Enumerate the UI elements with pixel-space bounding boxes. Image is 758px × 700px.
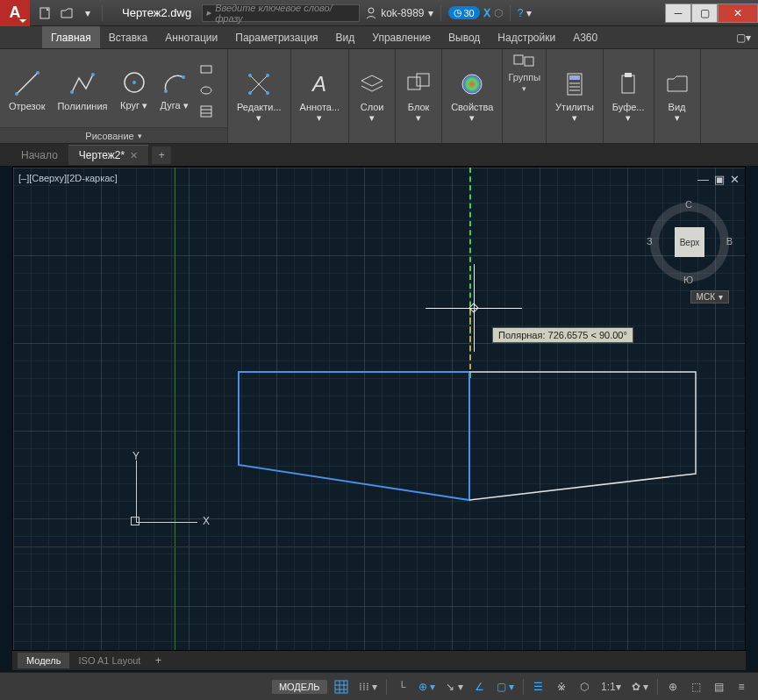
model-space-button[interactable]: МОДЕЛЬ — [272, 680, 327, 694]
compass-north[interactable]: С — [685, 199, 692, 210]
exchange-apps-icon[interactable]: Ⅹ — [483, 7, 490, 19]
utilities-button[interactable]: Утилиты▾ — [552, 68, 597, 125]
signin-icon — [365, 7, 377, 19]
calculator-icon — [561, 70, 589, 98]
grid-toggle-icon[interactable] — [331, 677, 352, 696]
clipboard-icon — [614, 70, 642, 98]
maximize-button[interactable]: ▢ — [691, 4, 718, 23]
close-icon[interactable]: ✕ — [130, 150, 138, 161]
app-menu-button[interactable]: A — [0, 0, 30, 26]
viewport-label[interactable]: [–][Сверху][2D-каркас] — [18, 173, 118, 183]
viewport-close-icon[interactable]: ✕ — [730, 173, 740, 186]
block-button[interactable]: Блок▾ — [401, 68, 436, 125]
help-dropdown-icon[interactable]: ▾ — [526, 7, 532, 19]
svg-rect-23 — [408, 77, 420, 89]
svg-point-1 — [368, 8, 374, 13]
add-drawing-tab-button[interactable]: + — [152, 146, 171, 164]
modify-button[interactable]: Редакти...▾ — [233, 68, 285, 125]
viewport-maximize-icon[interactable]: ▣ — [714, 173, 725, 186]
arc-button[interactable]: Дуга ▾ — [157, 67, 192, 113]
svg-rect-36 — [335, 681, 347, 693]
qat-dropdown-icon[interactable]: ▾ — [79, 4, 97, 22]
user-name[interactable]: kok-8989 — [381, 7, 424, 19]
user-dropdown-icon[interactable]: ▾ — [428, 7, 433, 19]
otrack-toggle-icon[interactable]: ∠ — [470, 677, 490, 696]
polar-tooltip: Полярная: 726.6575 < 90.00° — [492, 327, 633, 343]
layers-button[interactable]: Слои▾ — [354, 68, 390, 125]
workspace-switch-icon[interactable]: ✿ ▾ — [628, 677, 652, 696]
lineweight-toggle-icon[interactable]: ☰ — [529, 677, 548, 696]
svg-point-3 — [15, 92, 18, 96]
ortho-toggle-icon[interactable]: └ — [392, 677, 411, 696]
compass-west[interactable]: З — [647, 236, 653, 246]
selected-polyline-shape — [237, 370, 474, 502]
polyline-button[interactable]: Полилиния — [54, 68, 111, 113]
separator — [657, 679, 658, 695]
compass-east[interactable]: В — [726, 236, 733, 246]
qat-new-icon[interactable] — [37, 4, 54, 22]
svg-rect-13 — [201, 106, 211, 117]
cloud-credits-badge[interactable]: ◷ 30 — [448, 6, 480, 19]
ribbon-overflow-icon[interactable]: ▢▾ — [736, 32, 751, 44]
ribbon-tab-a360[interactable]: A360 — [564, 26, 606, 48]
ribbon-tab-view[interactable]: Вид — [327, 26, 364, 48]
hatch-icon[interactable] — [197, 103, 215, 120]
search-input[interactable]: ▸ Введите ключевое слово/фразу — [202, 4, 360, 22]
clipboard-button[interactable]: Буфе...▾ — [609, 68, 648, 125]
close-button[interactable]: ✕ — [718, 4, 758, 23]
ucs-y-label: Y — [132, 450, 139, 462]
help-icon[interactable]: ? — [518, 7, 524, 19]
qat-open-icon[interactable] — [58, 4, 75, 22]
ellipse-icon[interactable] — [197, 82, 215, 99]
compass-south[interactable]: Ю — [683, 275, 693, 285]
minimize-button[interactable]: ─ — [665, 4, 691, 23]
viewcube-top-face[interactable]: Верх — [675, 227, 704, 257]
viewport-controls: — ▣ ✕ — [697, 173, 740, 186]
view-button[interactable]: Вид▾ — [660, 68, 695, 125]
svg-rect-27 — [525, 57, 533, 66]
isodraft-toggle-icon[interactable]: ↘ ▾ — [442, 677, 466, 696]
autodesk-icon[interactable]: ⬡ — [494, 7, 503, 19]
svg-rect-34 — [625, 73, 632, 77]
viewport-minimize-icon[interactable]: — — [697, 173, 709, 186]
view-cube[interactable]: Верх С Ю В З — [650, 203, 729, 282]
chevron-down-icon[interactable]: ▾ — [522, 84, 526, 93]
customization-icon[interactable]: ≡ — [732, 677, 751, 696]
separator — [440, 5, 441, 21]
group-icon[interactable] — [511, 53, 539, 70]
ribbon-tab-manage[interactable]: Управление — [363, 26, 440, 48]
ribbon-tab-annotate[interactable]: Аннотации — [156, 26, 226, 48]
drawing-tab-active[interactable]: Чертеж2* ✕ — [68, 145, 148, 165]
cycling-toggle-icon[interactable]: ⬡ — [575, 677, 594, 696]
circle-button[interactable]: Круг ▾ — [117, 67, 152, 113]
rectangle-icon[interactable] — [197, 61, 215, 78]
clock-icon: ◷ — [454, 7, 462, 18]
annotation-button[interactable]: A Аннота...▾ — [297, 68, 344, 125]
annotation-monitor-icon[interactable]: ⊕ — [663, 677, 683, 696]
osnap-toggle-icon[interactable]: ▢ ▾ — [493, 677, 518, 696]
annotation-scale-label[interactable]: 1:1 ▾ — [597, 677, 625, 696]
quick-properties-icon[interactable]: ▤ — [709, 677, 728, 696]
window-controls: ─ ▢ ✕ — [665, 4, 758, 23]
drawing-tab-start[interactable]: Начало — [11, 146, 68, 165]
svg-point-12 — [201, 87, 211, 94]
groups-label: Группы — [508, 72, 540, 82]
ribbon-tab-home[interactable]: Главная — [42, 26, 100, 48]
layout-tab-layout1[interactable]: ISO A1 Layout — [69, 653, 149, 668]
ribbon-tab-parametric[interactable]: Параметризация — [226, 26, 326, 48]
add-layout-tab-button[interactable]: + — [149, 653, 167, 668]
ribbon-tab-addins[interactable]: Надстройки — [489, 26, 564, 48]
ucs-dropdown[interactable]: МСК▾ — [690, 290, 729, 304]
panel-draw-title[interactable]: Рисование ▾ — [0, 127, 227, 143]
drawing-canvas[interactable]: [–][Сверху][2D-каркас] — ▣ ✕ Верх С Ю В … — [12, 167, 746, 651]
line-button[interactable]: Отрезок — [5, 68, 48, 113]
ucs-origin — [131, 517, 139, 525]
polar-tracking-toggle-icon[interactable]: ⊕ ▾ — [415, 677, 439, 696]
ribbon-tab-insert[interactable]: Вставка — [100, 26, 157, 48]
snap-toggle-icon[interactable]: ⁞⁞⁞ ▾ — [355, 677, 381, 696]
units-icon[interactable]: ⬚ — [686, 677, 705, 696]
ribbon-tab-output[interactable]: Вывод — [440, 26, 489, 48]
layout-tab-model[interactable]: Модель — [18, 653, 69, 668]
transparency-toggle-icon[interactable]: ※ — [552, 677, 571, 696]
properties-button[interactable]: Свойства▾ — [447, 68, 497, 125]
